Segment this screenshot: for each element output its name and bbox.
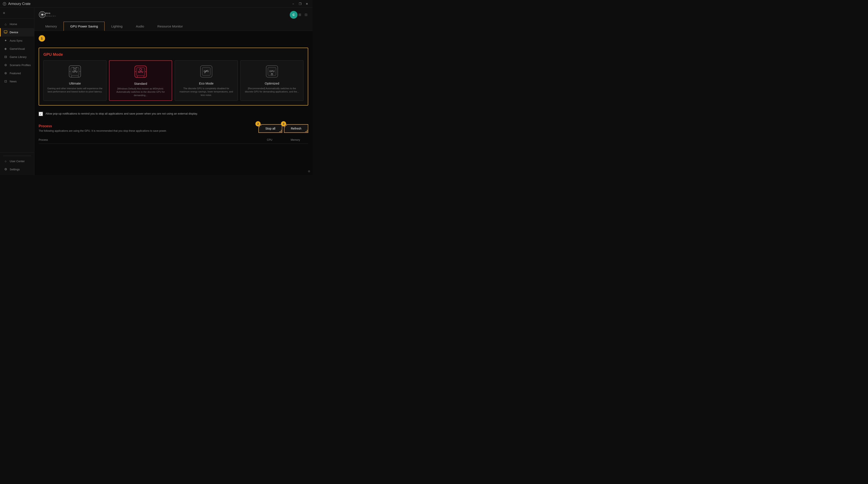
- optimized-desc: [Recommended] Automatically switches to …: [244, 87, 300, 94]
- sidebar-nav: ⌂ Home Device ✦ Aura Sync ◈ GameVisual: [0, 19, 34, 153]
- nav-arrows: ⊕: [308, 169, 310, 173]
- sidebar-item-settings[interactable]: ⚙ Settings: [0, 165, 34, 173]
- sidebar-item-game-library-label: Game Library: [10, 55, 27, 59]
- top-area: ROG REPUBLIC OF GAMERS C ⊞ ⊟ Memory GPU …: [34, 8, 312, 31]
- main-content: ROG REPUBLIC OF GAMERS C ⊞ ⊟ Memory GPU …: [34, 8, 312, 175]
- process-buttons: 2 Stop all 3 Refresh: [258, 124, 308, 133]
- content-scroll[interactable]: 1 GPU Mode GPU: [34, 31, 312, 172]
- svg-text:REPUBLIC OF GAMERS: REPUBLIC OF GAMERS: [45, 15, 56, 17]
- gpu-mode-card-eco[interactable]: GPU Eco Mode The discrete GPU is complet…: [175, 60, 238, 101]
- svg-point-0: [3, 2, 6, 5]
- eco-name: Eco Mode: [199, 82, 214, 85]
- rog-small-icon: [3, 2, 6, 6]
- gpu-standard-icon: GPU: [133, 64, 148, 79]
- sidebar-item-home-label: Home: [10, 23, 17, 26]
- gamevisual-icon: ◈: [4, 47, 7, 51]
- minimize-button[interactable]: −: [290, 1, 296, 7]
- svg-text:GPU: GPU: [269, 70, 275, 72]
- sidebar-divider: [3, 156, 31, 156]
- sidebar-item-device[interactable]: Device: [0, 28, 34, 36]
- tab-gpu-power-saving[interactable]: GPU Power Saving: [64, 22, 104, 31]
- tab-audio[interactable]: Audio: [129, 22, 151, 31]
- ultimate-desc: Gaming and other intensive tasks will ex…: [47, 87, 103, 94]
- col-cpu-label: CPU: [257, 138, 282, 141]
- svg-rect-1: [4, 31, 7, 33]
- sidebar-item-gamevisual[interactable]: ◈ GameVisual: [0, 44, 34, 53]
- sidebar-item-user-center-label: User Center: [10, 160, 25, 163]
- stop-all-wrapper: 2 Stop all: [258, 124, 282, 133]
- sidebar-item-featured[interactable]: ⊛ Featured: [0, 69, 34, 77]
- featured-icon: ⊛: [4, 71, 7, 75]
- device-list-icon-button[interactable]: ⊟: [304, 12, 308, 18]
- tab-memory[interactable]: Memory: [39, 22, 64, 31]
- top-right-icons: ⊞ ⊟: [298, 12, 308, 18]
- gpu-modes-grid: GPU Ultimate Gaming and other intensive …: [43, 60, 304, 101]
- notification-checkbox-row: ✓ Allow pop-up notifications to remind y…: [39, 110, 308, 118]
- sidebar-item-aura-sync-label: Aura Sync: [10, 39, 23, 42]
- gpu-mode-card-optimized[interactable]: GPU Optimized [Recommended] Automaticall…: [240, 60, 304, 101]
- hamburger-icon[interactable]: ≡: [3, 11, 5, 15]
- scenario-profiles-icon: ⊜: [4, 63, 7, 67]
- svg-text:GPU: GPU: [138, 71, 143, 73]
- rog-logo-svg: ROG REPUBLIC OF GAMERS: [39, 10, 56, 20]
- step-badge-1: 1: [39, 35, 45, 42]
- gpu-eco-icon: GPU: [199, 64, 214, 79]
- nav-expand-icon: ⊕: [308, 169, 310, 173]
- standard-desc: [Windows Default] Also known as MSHybrid…: [113, 87, 168, 97]
- settings-icon: ⚙: [4, 167, 7, 171]
- sidebar-item-scenario-profiles-label: Scenario Profiles: [10, 64, 31, 67]
- device-badge: C: [290, 11, 298, 19]
- stop-all-corner-br: [279, 130, 281, 132]
- sidebar-footer: ○ User Center ⚙ Settings: [0, 153, 34, 175]
- col-memory-label: Memory: [282, 138, 308, 141]
- process-table-header: Process CPU Memory: [39, 136, 308, 144]
- sidebar-item-aura-sync[interactable]: ✦ Aura Sync: [0, 36, 34, 44]
- sidebar-item-news[interactable]: ⊡ News: [0, 77, 34, 86]
- close-button[interactable]: ✕: [304, 1, 310, 7]
- svg-text:GPU: GPU: [72, 70, 78, 73]
- gpu-mode-card-standard[interactable]: GPU Standard [Windows Default] Also know…: [109, 60, 172, 101]
- ultimate-name: Ultimate: [69, 82, 81, 85]
- bottom-nav: ⊕: [34, 172, 312, 175]
- stop-all-button[interactable]: Stop all: [258, 124, 282, 133]
- tab-lighting[interactable]: Lighting: [104, 22, 129, 31]
- refresh-wrapper: 3 Refresh: [284, 124, 308, 133]
- refresh-corner-br: [305, 130, 307, 132]
- refresh-button[interactable]: Refresh: [284, 124, 308, 133]
- notification-checkbox[interactable]: ✓: [39, 112, 43, 116]
- game-library-icon: ⊟: [4, 55, 7, 59]
- gpu-optimized-icon: GPU: [265, 64, 279, 79]
- sidebar-item-user-center[interactable]: ○ User Center: [0, 157, 34, 165]
- gpu-ultimate-icon: GPU: [67, 64, 83, 79]
- gpu-mode-title: GPU Mode: [43, 52, 304, 57]
- tab-resource-monitor[interactable]: Resource Monitor: [151, 22, 189, 31]
- sidebar-item-home[interactable]: ⌂ Home: [0, 20, 34, 28]
- checkmark-icon: ✓: [39, 112, 42, 116]
- logo-bar: ROG REPUBLIC OF GAMERS C ⊞ ⊟: [34, 8, 312, 22]
- titlebar: Armoury Crate − ❐ ✕: [0, 0, 312, 8]
- maximize-button[interactable]: ❐: [297, 1, 303, 7]
- gpu-mode-section: GPU Mode GPU: [39, 47, 308, 105]
- notification-checkbox-label: Allow pop-up notifications to remind you…: [45, 111, 198, 116]
- sidebar-item-news-label: News: [10, 80, 17, 83]
- home-icon: ⌂: [4, 22, 7, 26]
- sidebar-header: ≡: [0, 8, 34, 19]
- layout-icon-button[interactable]: ⊞: [298, 12, 302, 18]
- news-icon: ⊡: [4, 79, 7, 83]
- process-info: Process The following applications are u…: [39, 124, 167, 132]
- device-icon: [4, 30, 7, 34]
- sidebar-item-game-library[interactable]: ⊟ Game Library: [0, 53, 34, 61]
- process-title: Process: [39, 124, 167, 128]
- eco-desc: The discrete GPU is completely disabled …: [178, 87, 234, 97]
- tabs-bar: Memory GPU Power Saving Lighting Audio R…: [34, 22, 312, 31]
- sidebar-item-gamevisual-label: GameVisual: [10, 47, 25, 51]
- sidebar-item-settings-label: Settings: [10, 168, 20, 171]
- app-title: Armoury Crate: [8, 2, 30, 6]
- user-center-icon: ○: [4, 159, 7, 163]
- titlebar-left: Armoury Crate: [3, 2, 30, 6]
- sidebar-item-scenario-profiles[interactable]: ⊜ Scenario Profiles: [0, 61, 34, 69]
- window-controls: − ❐ ✕: [290, 1, 310, 7]
- process-description: The following applications are using the…: [39, 129, 167, 132]
- gpu-mode-card-ultimate[interactable]: GPU Ultimate Gaming and other intensive …: [43, 60, 106, 101]
- step-badge-3: 3: [281, 121, 286, 126]
